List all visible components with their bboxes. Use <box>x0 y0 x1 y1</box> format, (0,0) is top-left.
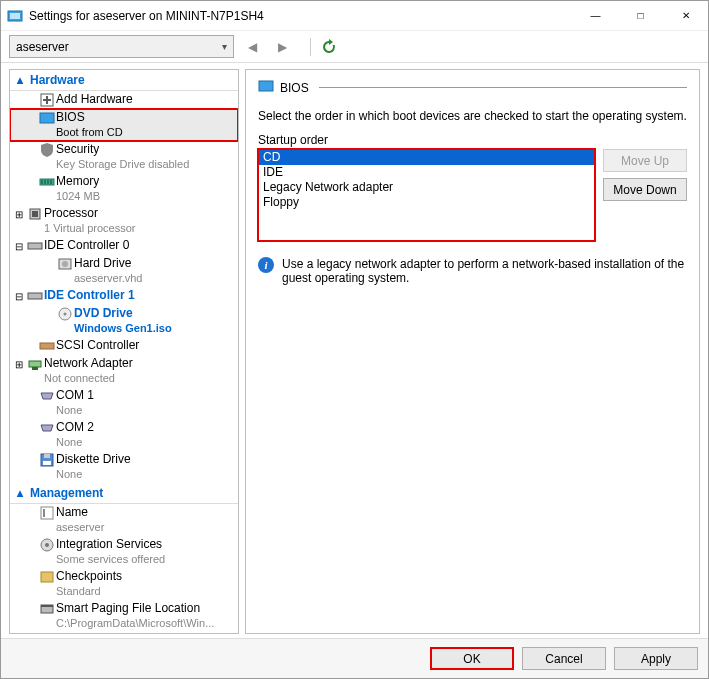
svg-rect-26 <box>43 509 45 517</box>
memory-icon <box>38 174 56 190</box>
detail-pane: BIOS Select the order in which boot devi… <box>245 69 700 634</box>
harddrive-icon <box>56 256 74 272</box>
app-icon <box>7 8 23 24</box>
tree-item-checkpoints[interactable]: Checkpoints Standard <box>10 568 238 600</box>
tree-item-label: COM 1 <box>56 388 94 403</box>
network-icon <box>26 356 44 372</box>
tree-item-label: SCSI Controller <box>56 338 139 353</box>
tree-item-label: Smart Paging File Location <box>56 601 214 616</box>
tree-item-processor[interactable]: ⊞ Processor 1 Virtual processor <box>10 205 238 237</box>
tree-item-sublabel: 1024 MB <box>56 189 100 204</box>
tree-item-label: Name <box>56 505 104 520</box>
settings-tree[interactable]: ▴ Hardware Add Hardware BIOS Boot from C… <box>9 69 239 634</box>
tree-item-ide1[interactable]: ⊟ IDE Controller 1 <box>10 287 238 305</box>
svg-rect-1 <box>10 13 20 19</box>
apply-button[interactable]: Apply <box>614 647 698 670</box>
list-item[interactable]: Floppy <box>259 195 594 210</box>
tree-item-label: DVD Drive <box>74 306 172 321</box>
tree-item-name[interactable]: Name aseserver <box>10 504 238 536</box>
svg-rect-10 <box>50 180 52 184</box>
section-management[interactable]: ▴ Management <box>10 483 238 504</box>
collapse-icon[interactable]: ⊟ <box>12 288 26 304</box>
tree-item-sublabel: C:\ProgramData\Microsoft\Win... <box>56 616 214 631</box>
dvd-icon <box>56 306 74 322</box>
maximize-button[interactable]: □ <box>618 1 663 30</box>
cancel-button[interactable]: Cancel <box>522 647 606 670</box>
tree-item-security[interactable]: Security Key Storage Drive disabled <box>10 141 238 173</box>
controller-icon <box>26 288 44 304</box>
list-item[interactable]: IDE <box>259 165 594 180</box>
scsi-icon <box>38 338 56 354</box>
svg-point-18 <box>64 313 67 316</box>
section-hardware[interactable]: ▴ Hardware <box>10 70 238 91</box>
tree-item-label: Integration Services <box>56 537 165 552</box>
tree-item-sublabel: Boot from CD <box>56 125 123 140</box>
minimize-button[interactable]: — <box>573 1 618 30</box>
vm-selector-value: aseserver <box>16 40 69 54</box>
tree-item-sublabel: None <box>56 403 94 418</box>
bios-icon <box>258 78 274 97</box>
tree-item-sublabel: aseserver.vhd <box>74 271 142 286</box>
chevron-down-icon: ▾ <box>222 41 227 52</box>
detail-title-row: BIOS <box>258 78 687 99</box>
nav-back-button[interactable]: ◀ <box>240 36 264 58</box>
tree-item-label: IDE Controller 0 <box>44 238 129 253</box>
tree-item-sublabel: aseserver <box>56 520 104 535</box>
collapse-icon[interactable]: ⊟ <box>12 238 26 254</box>
move-down-button[interactable]: Move Down <box>603 178 687 201</box>
vm-selector-combo[interactable]: aseserver ▾ <box>9 35 234 58</box>
expand-icon[interactable]: ⊞ <box>12 206 26 222</box>
diskette-icon <box>38 452 56 468</box>
tree-item-label: Security <box>56 142 189 157</box>
expand-icon[interactable]: ⊞ <box>12 356 26 372</box>
list-item[interactable]: CD <box>259 150 594 165</box>
tree-item-sublabel: Not connected <box>44 371 133 386</box>
svg-rect-31 <box>41 605 53 607</box>
controller-icon <box>26 238 44 254</box>
ok-button[interactable]: OK <box>430 647 514 670</box>
tree-item-label: Checkpoints <box>56 569 122 584</box>
refresh-button[interactable] <box>317 36 341 58</box>
list-item[interactable]: Legacy Network adapter <box>259 180 594 195</box>
tree-item-sublabel: None <box>56 467 131 482</box>
add-hardware-icon <box>38 92 56 108</box>
section-label: Hardware <box>30 73 85 87</box>
tree-item-label: Add Hardware <box>56 92 133 107</box>
tree-item-harddrive[interactable]: Hard Drive aseserver.vhd <box>10 255 238 287</box>
svg-rect-16 <box>28 293 42 299</box>
tree-item-scsi[interactable]: SCSI Controller <box>10 337 238 355</box>
svg-point-15 <box>62 261 68 267</box>
tree-item-com1[interactable]: COM 1 None <box>10 387 238 419</box>
close-button[interactable]: ✕ <box>663 1 708 30</box>
tree-item-dvd[interactable]: DVD Drive Windows Gen1.iso <box>10 305 238 337</box>
tree-item-paging[interactable]: Smart Paging File Location C:\ProgramDat… <box>10 600 238 632</box>
name-icon <box>38 505 56 521</box>
tree-item-label: BIOS <box>56 110 123 125</box>
tree-item-com2[interactable]: COM 2 None <box>10 419 238 451</box>
tree-item-bios[interactable]: BIOS Boot from CD <box>10 109 238 141</box>
move-up-button[interactable]: Move Up <box>603 149 687 172</box>
svg-rect-29 <box>41 572 53 582</box>
startup-order-listbox[interactable]: CD IDE Legacy Network adapter Floppy <box>258 149 595 241</box>
tree-item-memory[interactable]: Memory 1024 MB <box>10 173 238 205</box>
tree-item-ide0[interactable]: ⊟ IDE Controller 0 <box>10 237 238 255</box>
tree-item-label: COM 2 <box>56 420 94 435</box>
tree-item-add-hardware[interactable]: Add Hardware <box>10 91 238 109</box>
bios-icon <box>38 110 56 126</box>
svg-rect-4 <box>43 99 51 101</box>
detail-description: Select the order in which boot devices a… <box>258 109 687 123</box>
processor-icon <box>26 206 44 222</box>
tree-item-sublabel: Some services offered <box>56 552 165 567</box>
paging-icon <box>38 601 56 617</box>
tree-item-network-adapter[interactable]: ⊞ Network Adapter Not connected <box>10 355 238 387</box>
integration-icon <box>38 537 56 553</box>
startup-order-label: Startup order <box>258 133 687 147</box>
info-text: Use a legacy network adapter to perform … <box>282 257 687 285</box>
tree-item-diskette[interactable]: Diskette Drive None <box>10 451 238 483</box>
tree-item-sublabel: None <box>56 435 94 450</box>
chevron-up-icon: ▴ <box>14 486 26 500</box>
nav-forward-button[interactable]: ▶ <box>270 36 294 58</box>
content-area: ▴ Hardware Add Hardware BIOS Boot from C… <box>1 63 708 638</box>
tree-item-integration[interactable]: Integration Services Some services offer… <box>10 536 238 568</box>
section-label: Management <box>30 486 103 500</box>
